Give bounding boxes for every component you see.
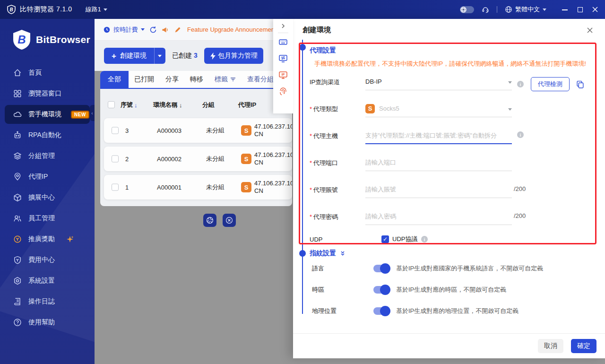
cancel-button[interactable]: 取消 (538, 339, 563, 353)
app-title: 比特瀏覽器 7.1.0 (20, 5, 72, 14)
divider (497, 6, 497, 13)
sidebar-item-operation-log[interactable]: 操作日誌 (5, 292, 90, 311)
basic-settings-icon[interactable] (278, 37, 288, 47)
double-chevron-down-icon[interactable] (340, 251, 346, 256)
socks5-badge: S (241, 154, 251, 164)
tab-all[interactable]: 全部 (100, 71, 129, 88)
proxy-port-input[interactable] (365, 159, 512, 166)
refresh-icon[interactable] (149, 26, 157, 34)
brand-name: BitBrowser (36, 34, 90, 45)
referral-reward-icon (13, 235, 22, 243)
tab-opened[interactable]: 已打開 (129, 71, 160, 88)
timezone-toggle[interactable] (373, 286, 389, 294)
tab-share[interactable]: 分享 (160, 71, 184, 88)
row-checkbox[interactable] (112, 127, 119, 134)
sidebar-item-groups[interactable]: 分組管理 (5, 147, 90, 165)
info-icon[interactable]: i (517, 131, 524, 139)
drawer-section-strip: IP (273, 19, 293, 113)
close-all-button[interactable] (223, 214, 236, 227)
collapse-right-icon[interactable] (280, 23, 286, 29)
platform-settings-icon[interactable] (278, 54, 288, 63)
sidebar-item-referral[interactable]: 推廣獎勵 (5, 230, 90, 249)
language-toggle[interactable] (373, 265, 389, 272)
home-icon (13, 69, 22, 77)
info-icon[interactable]: i (517, 80, 524, 88)
sidebar-item-cloud-phone[interactable]: 雲手機環境 NEW (5, 105, 90, 124)
sidebar-item-system-settings[interactable]: 系統設置 (5, 271, 90, 290)
create-environment-dropdown[interactable] (154, 48, 165, 64)
monthly-compute-button[interactable]: 包月算力管理 (204, 48, 263, 64)
proxy-ip-section-icon[interactable]: IP (278, 70, 288, 80)
fingerprint-row-geolocation: 地理位置 基於IP生成對應的地理位置，不開啟可自定義 (312, 303, 586, 320)
proxy-password-input[interactable] (365, 213, 512, 220)
fingerprint-section-icon[interactable] (278, 87, 288, 96)
window-minimize-button[interactable] (562, 6, 568, 13)
row-checkbox[interactable] (112, 156, 119, 163)
gear-icon (13, 277, 22, 285)
plus-icon: + (112, 52, 116, 60)
announcement-link[interactable]: Feature Upgrade Announcement · N (187, 26, 286, 33)
sort-desc-icon[interactable]: ↓ (179, 102, 182, 109)
window-close-button[interactable] (592, 6, 598, 13)
support-headset-icon[interactable] (482, 6, 489, 13)
billing-mode-selector[interactable]: 按時計費 (103, 26, 145, 34)
chevron-down-icon (508, 81, 512, 84)
tab-tags[interactable]: 標籤 (209, 71, 242, 88)
environment-list: 全部 已打開 分享 轉移 標籤 查看分組 序號↓ 環境名稱↓ 分組 代理IP 3 (100, 71, 292, 206)
copy-icon[interactable] (576, 80, 584, 88)
brand-logo-icon: B (12, 29, 31, 50)
megaphone-icon (162, 26, 169, 34)
proxy-country: CN (254, 187, 292, 195)
window-maximize-button[interactable] (577, 6, 583, 13)
proxy-type-select[interactable]: S Socks5 (365, 100, 512, 117)
log-book-icon (13, 297, 22, 306)
udp-checkbox[interactable]: ✓ (381, 235, 389, 243)
sidebar-item-browser-windows[interactable]: 瀏覽器窗口 (5, 84, 90, 103)
ip-channel-select[interactable]: DB-IP (365, 73, 512, 90)
proxy-check-button[interactable]: 代理檢測 (531, 77, 570, 91)
sidebar-item-home[interactable]: 首頁 (5, 63, 90, 82)
app-logo-icon: B (7, 5, 16, 14)
table-row[interactable]: 3 A000003 未分組 S 47.106.237.102CN (104, 118, 292, 143)
robot-icon (13, 131, 22, 139)
created-count: 已創建3 (172, 52, 198, 60)
sidebar-item-extensions[interactable]: 擴展中心 (5, 188, 90, 207)
aperture-button[interactable] (203, 214, 216, 227)
proxy-warning-text: 手機環境務必配置代理，不支持中國大陸代理IP，請確保代理網絡暢通，網絡不通無法打… (314, 60, 586, 68)
sidebar-collapse-handle[interactable]: ‹ (90, 105, 95, 121)
sidebar-item-rpa[interactable]: RPA自動化 (5, 126, 90, 145)
location-pin-icon (13, 173, 22, 181)
geolocation-toggle[interactable] (373, 307, 389, 315)
sparkle-icon (66, 235, 74, 243)
theme-toggle[interactable] (460, 6, 474, 13)
chevron-down-icon (543, 9, 546, 11)
proxy-ip: 47.106.237.102 (254, 180, 292, 187)
drawer-close-icon[interactable] (586, 26, 594, 34)
sort-desc-icon[interactable]: ↓ (134, 102, 138, 109)
proxy-section-title: 代理設置 (310, 46, 336, 55)
sun-icon (460, 7, 467, 13)
svg-text:B: B (17, 33, 26, 46)
table-row[interactable]: 2 A000002 未分組 S 47.106.237.102CN (104, 147, 292, 171)
pen-icon (174, 26, 182, 34)
create-environment-button[interactable]: + 創建環境 (104, 48, 154, 64)
confirm-button[interactable]: 確定 (571, 339, 596, 353)
row-checkbox[interactable] (112, 184, 119, 191)
line-selector[interactable]: 線路1 (86, 5, 107, 14)
proxy-account-input[interactable] (365, 186, 512, 193)
proxy-password-row: *代理密碼 /200 (310, 208, 588, 227)
language-selector[interactable]: 繁體中文 (505, 5, 546, 14)
sidebar-item-help[interactable]: 使用幫助 (5, 313, 90, 332)
layers-icon (13, 152, 22, 160)
select-all-checkbox[interactable] (108, 101, 115, 108)
info-icon[interactable]: i (421, 235, 428, 243)
table-row[interactable]: 1 A000001 未分組 S 47.106.237.102CN (104, 175, 292, 199)
sidebar-item-proxy-ip[interactable]: 代理IP (5, 167, 90, 186)
titlebar: B 比特瀏覽器 7.1.0 線路1 繁體中文 (0, 0, 605, 19)
people-icon (13, 214, 22, 223)
sidebar-item-employees[interactable]: 員工管理 (5, 209, 90, 228)
chevron-down-icon (158, 55, 162, 57)
tab-transfer[interactable]: 轉移 (184, 71, 209, 88)
sidebar-item-billing-center[interactable]: 費用中心 (5, 251, 90, 269)
proxy-host-input[interactable] (365, 132, 512, 139)
